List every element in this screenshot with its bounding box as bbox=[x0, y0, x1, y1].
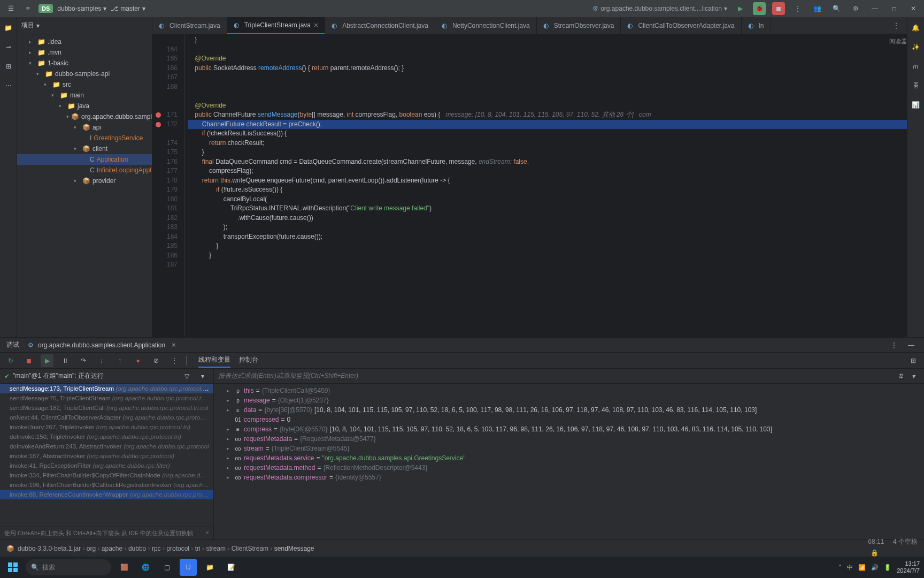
maximize-icon[interactable]: ◻ bbox=[888, 2, 900, 15]
tree-item[interactable]: ▾📁dubbo-samples-api bbox=[17, 69, 152, 79]
minimize-panel-icon[interactable]: — bbox=[905, 339, 918, 352]
breadcrumb-segment[interactable]: protocol bbox=[166, 545, 189, 552]
stack-frame[interactable]: sendMessage:182, TripleClientCall (org.a… bbox=[0, 403, 213, 413]
stack-frame[interactable]: invoke:41, RpcExceptionFilter (org.apach… bbox=[0, 461, 213, 470]
stack-frame[interactable]: invoke:187, AbstractInvoker (org.apache.… bbox=[0, 451, 213, 461]
more-icon[interactable]: ⋮ bbox=[168, 354, 181, 367]
tree-item[interactable]: ▾📦org.apache.dubbo.samples bbox=[17, 111, 152, 122]
variable-row[interactable]: ▸oostream = {TripleClientStream@5545} bbox=[214, 444, 924, 453]
app-menu-icon[interactable]: ☰ bbox=[4, 2, 17, 15]
layout-icon[interactable]: ⊞ bbox=[907, 354, 920, 367]
editor-tab[interactable]: ◐StreamObserver.java bbox=[537, 17, 621, 34]
close-icon[interactable]: ✕ bbox=[907, 2, 920, 15]
tab-close-icon[interactable]: × bbox=[314, 21, 318, 29]
project-tool-icon[interactable]: 📁 bbox=[2, 21, 15, 34]
breadcrumb-segment[interactable]: org bbox=[87, 545, 96, 552]
variable-row[interactable]: ▸oorequestMetadata.method = {ReflectionM… bbox=[214, 463, 924, 473]
view-breakpoints-icon[interactable]: ● bbox=[132, 354, 144, 367]
settings-icon[interactable]: ⚙ bbox=[849, 2, 862, 15]
breadcrumb-segment[interactable]: tri bbox=[195, 545, 201, 552]
tree-item[interactable]: CApplication bbox=[17, 154, 152, 165]
eval-expression-input[interactable]: 按表达式求值(Enter)或添加监视(Ctrl+Shift+Enter) ⇅ ▾ bbox=[214, 369, 924, 384]
tab-list-icon[interactable]: ⋮ bbox=[890, 19, 903, 32]
filter-icon[interactable]: ▽ bbox=[180, 370, 193, 383]
editor-tab[interactable]: ◐In bbox=[742, 17, 771, 34]
hamburger-icon[interactable]: ≡ bbox=[21, 2, 34, 15]
minimize-icon[interactable]: — bbox=[868, 2, 881, 15]
tab-close-icon[interactable]: × bbox=[172, 341, 175, 349]
more-icon[interactable]: ⋮ bbox=[888, 339, 900, 352]
ai-icon[interactable]: ✨ bbox=[910, 41, 922, 54]
taskbar-explorer[interactable]: 📁 bbox=[201, 559, 218, 576]
taskbar-chrome[interactable]: 🌐 bbox=[137, 559, 154, 576]
notifications-icon[interactable]: 🔔 bbox=[910, 21, 922, 34]
variable-row[interactable]: 01compressed = 0 bbox=[214, 415, 924, 424]
stack-frame[interactable]: invoke:196, FilterChainBuilder$CallbackR… bbox=[0, 480, 213, 490]
run-config-dropdown[interactable]: ⚙ org.apache.dubbo.samples.client....lic… bbox=[592, 5, 727, 12]
database-icon[interactable]: 🗄 bbox=[910, 79, 922, 92]
breadcrumb-segment[interactable]: ClientStream bbox=[232, 545, 268, 552]
frames-list[interactable]: sendMessage:173, TripleClientStream (org… bbox=[0, 384, 213, 527]
variable-row[interactable]: ▸oorequestMetadata.compressor = {Identit… bbox=[214, 473, 924, 482]
step-over-icon[interactable]: ↷ bbox=[77, 354, 90, 367]
step-out-icon[interactable]: ↑ bbox=[113, 354, 126, 367]
resume-icon[interactable]: ▶ bbox=[41, 354, 53, 367]
tree-item[interactable]: ▾📁1-basic bbox=[17, 58, 152, 69]
stack-frame[interactable]: sendMessage:75, TripleClientStream (org.… bbox=[0, 393, 213, 403]
chevron-down-icon[interactable]: ▾ bbox=[196, 370, 209, 383]
expand-icon[interactable]: ⇅ bbox=[894, 370, 907, 383]
variable-row[interactable]: ▸oorequestMetadata.service = "org.apache… bbox=[214, 453, 924, 463]
project-dropdown[interactable]: dubbo-samples▾ bbox=[57, 5, 106, 12]
editor-tab[interactable]: ◐TripleClientStream.java× bbox=[227, 17, 325, 34]
debug-icon[interactable]: 🐞 bbox=[753, 2, 766, 15]
editor-tab[interactable]: ◐ClientCallToObserverAdapter.java bbox=[621, 17, 741, 34]
tree-item[interactable]: IGreetingsService bbox=[17, 133, 152, 143]
stack-frame[interactable]: invokeUnary:267, TripleInvoker (org.apac… bbox=[0, 422, 213, 432]
run-icon[interactable]: ▶ bbox=[734, 2, 746, 15]
chevron-down-icon[interactable]: ▾ bbox=[36, 22, 40, 29]
stack-frame[interactable]: doInvokeAndReturn:243, AbstractInvoker (… bbox=[0, 442, 213, 451]
breadcrumb-segment[interactable]: stream bbox=[206, 545, 226, 552]
taskbar-intellij[interactable]: IJ bbox=[180, 559, 197, 576]
stop-icon[interactable]: ◼ bbox=[772, 2, 785, 15]
breadcrumb-segment[interactable]: dubbo bbox=[128, 545, 146, 552]
breadcrumb-segment[interactable]: dubbo-3.3.0-beta.1.jar bbox=[18, 545, 81, 552]
taskbar-app-1[interactable]: 🟫 bbox=[116, 559, 133, 576]
tree-item[interactable]: ▾📦provider bbox=[17, 176, 152, 186]
breadcrumb-segment[interactable]: apache bbox=[102, 545, 122, 552]
variable-row[interactable]: ▸oorequestMetadata = {RequestMetadata@54… bbox=[214, 434, 924, 444]
taskbar-search[interactable]: 🔍 搜索 bbox=[26, 559, 111, 575]
coverage-icon[interactable]: 📊 bbox=[910, 98, 922, 111]
tree-item[interactable]: ▾📁java bbox=[17, 101, 152, 111]
editor-tab[interactable]: ◐ClientStream.java bbox=[152, 17, 227, 34]
tab-threads-vars[interactable]: 线程和变量 bbox=[198, 353, 230, 368]
stack-frame[interactable]: onNext:44, ClientCallToObserverAdapter (… bbox=[0, 413, 213, 422]
close-hint-icon[interactable]: × bbox=[206, 529, 209, 536]
tray-volume-icon[interactable]: 🔊 bbox=[871, 564, 879, 571]
variable-row[interactable]: ▸pthis = {TripleClientCall@5459} bbox=[214, 386, 924, 396]
stack-frame[interactable]: invoke:334, FilterChainBuilder$CopyOfFil… bbox=[0, 470, 213, 480]
tree-item[interactable]: ▸📁.mvn bbox=[17, 47, 152, 58]
branch-dropdown[interactable]: ⎇ master▾ bbox=[111, 5, 145, 12]
stack-frame[interactable]: invoke:88, ReferenceCountInvokerWrapper … bbox=[0, 490, 213, 499]
taskbar-app-3[interactable]: 📝 bbox=[222, 559, 240, 576]
breakpoint-icon[interactable] bbox=[156, 122, 161, 127]
tree-item[interactable]: ▾📦api bbox=[17, 122, 152, 133]
stack-frame[interactable]: sendMessage:173, TripleClientStream (org… bbox=[0, 384, 213, 393]
taskbar-clock[interactable]: 13:17 2024/7/7 bbox=[897, 560, 920, 574]
variable-row[interactable]: ▸≡compress = {byte[36]@5570} [10, 8, 104… bbox=[214, 424, 924, 434]
variable-row[interactable]: ▸≡data = {byte[36]@5570} [10, 8, 104, 10… bbox=[214, 405, 924, 415]
taskbar-app-2[interactable]: ▢ bbox=[158, 559, 175, 576]
variable-row[interactable]: ▸pmessage = {Object[1]@5237} bbox=[214, 396, 924, 405]
tray-ime-icon[interactable]: 中 bbox=[847, 564, 853, 572]
tree-item[interactable]: ▸📁.idea bbox=[17, 36, 152, 47]
step-into-icon[interactable]: ↓ bbox=[95, 354, 108, 367]
stack-frame[interactable]: doInvoke:150, TripleInvoker (org.apache.… bbox=[0, 432, 213, 442]
chevron-down-icon[interactable]: ▾ bbox=[907, 370, 920, 383]
more-tool-icon[interactable]: ⋯ bbox=[2, 79, 15, 92]
breadcrumb-segment[interactable]: sendMessage bbox=[274, 545, 314, 552]
maven-icon[interactable]: m bbox=[910, 60, 922, 73]
collab-icon[interactable]: 👥 bbox=[811, 2, 823, 15]
mute-breakpoints-icon[interactable]: ⊘ bbox=[150, 354, 163, 367]
tray-battery-icon[interactable]: 🔋 bbox=[884, 564, 891, 571]
